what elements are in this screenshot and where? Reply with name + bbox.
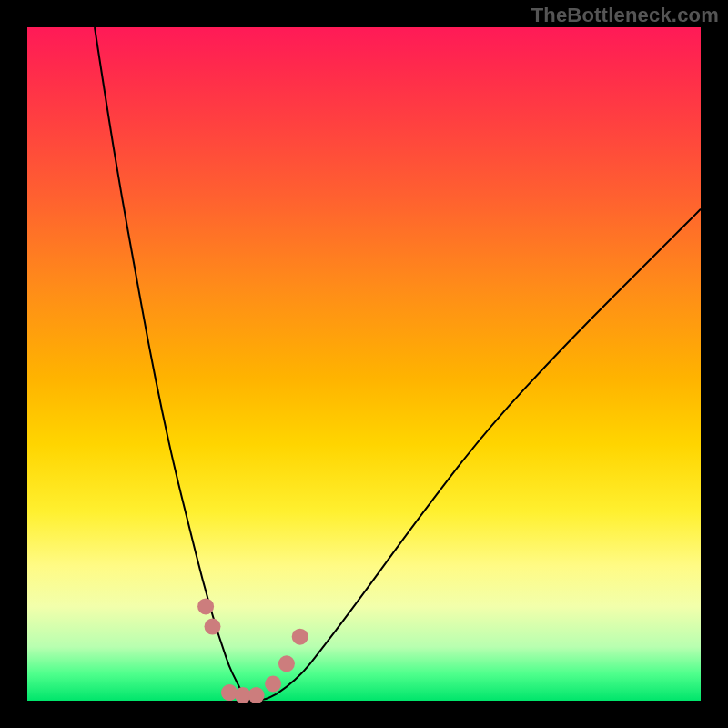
data-marker [292,629,308,645]
curve-right-branch [277,209,701,694]
data-marker [197,598,214,614]
curve-left-branch [95,27,249,701]
chart-frame: TheBottleneck.com [0,0,728,728]
bottleneck-curve [27,27,701,701]
marker-group [197,598,308,703]
data-marker [265,676,281,693]
data-marker [248,687,265,703]
data-marker [221,684,238,701]
watermark-text: TheBottleneck.com [531,4,719,27]
data-marker [205,619,221,635]
data-marker [278,655,295,672]
